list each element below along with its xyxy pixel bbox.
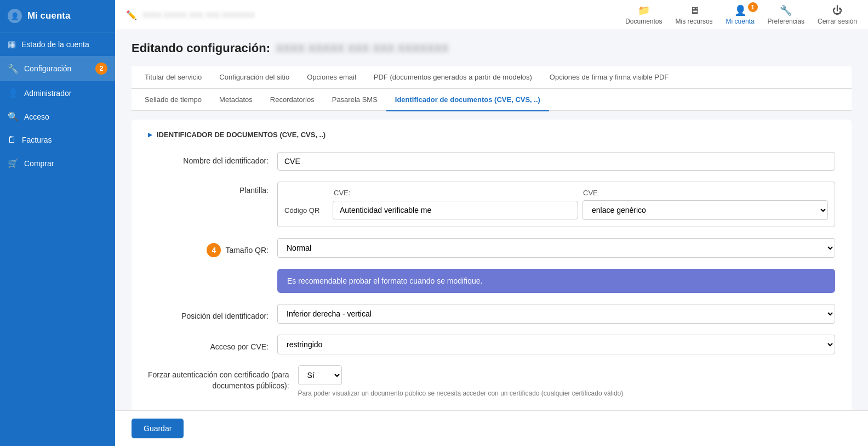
posicion-row: Posición del identificador: Inferior der… bbox=[148, 304, 835, 324]
sidebar-item-label: Facturas bbox=[22, 136, 52, 144]
sidebar-item-administrador[interactable]: 👤 Administrador bbox=[0, 81, 115, 105]
acceso-cve-select[interactable]: restringido público ninguno bbox=[277, 335, 835, 354]
nombre-identificador-input[interactable] bbox=[277, 152, 835, 171]
nav-mis-recursos[interactable]: 🖥 Mis recursos bbox=[676, 5, 713, 25]
posicion-select[interactable]: Inferior derecha - vertical Inferior izq… bbox=[277, 304, 835, 324]
edit-icon: ✏️ bbox=[126, 10, 137, 20]
plantilla-col1-label: CVE: bbox=[334, 189, 579, 197]
mis-recursos-icon: 🖥 bbox=[689, 5, 699, 16]
sidebar-item-label: Acceso bbox=[24, 112, 49, 121]
plantilla-control: CVE: CVE Código QR enlace genérico enlac… bbox=[277, 182, 835, 227]
section-header[interactable]: ▶ IDENTIFICADOR DE DOCUMENTOS (CVE, CVS,… bbox=[148, 131, 835, 139]
nombre-identificador-control bbox=[277, 152, 835, 171]
plantilla-label: Plantilla: bbox=[148, 182, 269, 195]
tab-configuracion-sitio[interactable]: Configuración del sitio bbox=[210, 66, 298, 89]
admin-icon: 👤 bbox=[8, 88, 19, 98]
tab-sellado[interactable]: Sellado de tiempo bbox=[136, 89, 210, 111]
mi-cuenta-icon: 👤 bbox=[734, 4, 746, 16]
topbar: ✏️ XXXX XXXXX XXX XXX XXXXXXX 📁 Document… bbox=[115, 0, 868, 30]
facturas-icon: 🗒 bbox=[8, 135, 16, 145]
sidebar: 👤 Mi cuenta ▦ Estado de la cuenta 🔧 Conf… bbox=[0, 0, 115, 446]
content-area: Editando configuración: XXXX XXXXX XXX X… bbox=[115, 30, 868, 410]
estado-icon: ▦ bbox=[8, 39, 16, 49]
acceso-cve-row: Acceso por CVE: restringido público ning… bbox=[148, 335, 835, 354]
plantilla-row: Plantilla: CVE: CVE Código QR bbox=[148, 182, 835, 227]
tab-opciones-email[interactable]: Opciones email bbox=[298, 66, 365, 89]
sidebar-item-comprar[interactable]: 🛒 Comprar bbox=[0, 151, 115, 175]
main-container: ✏️ XXXX XXXXX XXX XXX XXXXXXX 📁 Document… bbox=[115, 0, 868, 446]
plantilla-qr-row: Código QR enlace genérico enlace específ… bbox=[284, 200, 828, 220]
save-button[interactable]: Guardar bbox=[132, 419, 184, 438]
nav-documentos[interactable]: 📁 Documentos bbox=[625, 4, 662, 25]
plantilla-col2-value: CVE bbox=[583, 189, 828, 197]
nav-cerrar-sesion[interactable]: ⏻ Cerrar sesión bbox=[818, 5, 857, 25]
nav-mi-cuenta[interactable]: 👤 Mi cuenta 1 bbox=[726, 4, 755, 25]
info-box: Es recomendable probar el formato cuando… bbox=[277, 269, 835, 293]
sidebar-item-facturas[interactable]: 🗒 Facturas bbox=[0, 128, 115, 151]
info-box-row: Es recomendable probar el formato cuando… bbox=[148, 269, 835, 293]
sidebar-item-label: Administrador bbox=[24, 89, 71, 98]
tabs-container: Titular del servicio Configuración del s… bbox=[132, 66, 852, 111]
sidebar-item-configuracion[interactable]: 🔧 Configuración 2 bbox=[0, 56, 115, 81]
section-header-label: IDENTIFICADOR DE DOCUMENTOS (CVE, CVS, .… bbox=[157, 131, 326, 139]
nav-preferencias[interactable]: 🔧 Preferencias bbox=[768, 4, 804, 25]
cerrar-sesion-icon: ⏻ bbox=[832, 5, 842, 16]
forzar-autenticacion-label: Forzar autenticación con certificado (pa… bbox=[148, 365, 289, 391]
configuracion-icon: 🔧 bbox=[8, 64, 19, 74]
sidebar-item-acceso[interactable]: 🔍 Acceso bbox=[0, 105, 115, 128]
sidebar-item-label: Comprar bbox=[24, 159, 54, 168]
forzar-label-line2: documentos públicos): bbox=[213, 381, 289, 390]
documentos-icon: 📁 bbox=[638, 4, 650, 16]
brand-label: Mi cuenta bbox=[27, 10, 70, 21]
sidebar-item-label: Configuración bbox=[24, 64, 71, 73]
tab-firma[interactable]: Opciones de firma y firma visible PDF bbox=[541, 66, 677, 89]
tab-metadatos[interactable]: Metadatos bbox=[210, 89, 261, 111]
preferencias-icon: 🔧 bbox=[780, 4, 792, 16]
brand-icon: 👤 bbox=[8, 9, 22, 23]
posicion-label: Posición del identificador: bbox=[148, 307, 269, 320]
plantilla-box: CVE: CVE Código QR enlace genérico enlac… bbox=[277, 182, 835, 227]
tamano-qr-select[interactable]: Pequeño Normal Grande Muy grande bbox=[277, 238, 835, 258]
sidebar-brand[interactable]: 👤 Mi cuenta bbox=[0, 0, 115, 32]
qr-row-label: Código QR bbox=[284, 206, 328, 214]
tab-titular[interactable]: Titular del servicio bbox=[136, 66, 210, 89]
tamano-qr-row: 4 Tamaño QR: Pequeño Normal Grande Muy g… bbox=[148, 238, 835, 258]
form-section-wrapper: ▶ IDENTIFICADOR DE DOCUMENTOS (CVE, CVS,… bbox=[132, 120, 852, 410]
topbar-left: ✏️ XXXX XXXXX XXX XXX XXXXXXX bbox=[126, 10, 612, 20]
forzar-autenticacion-hint: Para poder visualizar un documento públi… bbox=[298, 388, 835, 398]
sidebar-item-label: Estado de la cuenta bbox=[21, 40, 89, 49]
form-section: ▶ IDENTIFICADOR DE DOCUMENTOS (CVE, CVS,… bbox=[132, 120, 852, 410]
forzar-autenticacion-row: Forzar autenticación con certificado (pa… bbox=[148, 365, 835, 398]
nav-label: Cerrar sesión bbox=[818, 18, 857, 25]
tab-recordatorios[interactable]: Recordatorios bbox=[261, 89, 323, 111]
topbar-blurred-title: XXXX XXXXX XXX XXX XXXXXXX bbox=[142, 11, 255, 19]
tamano-qr-label-text: Tamaño QR: bbox=[225, 246, 269, 255]
comprar-icon: 🛒 bbox=[8, 158, 19, 168]
page-title-prefix: Editando configuración: bbox=[132, 41, 270, 55]
tab-pasarela-sms[interactable]: Pasarela SMS bbox=[323, 89, 386, 111]
acceso-icon: 🔍 bbox=[8, 111, 19, 122]
qr-select[interactable]: enlace genérico enlace específico ningun… bbox=[583, 200, 828, 220]
forzar-label-line1: Forzar autenticación con certificado (pa… bbox=[148, 370, 289, 379]
info-box-control: Es recomendable probar el formato cuando… bbox=[277, 269, 835, 293]
forzar-autenticacion-select[interactable]: Sí No bbox=[298, 365, 342, 385]
tab-identificador[interactable]: Identificador de documentos (CVE, CVS, .… bbox=[386, 89, 549, 111]
page-title: Editando configuración: XXXX XXXXX XXX X… bbox=[132, 41, 852, 55]
sidebar-item-estado[interactable]: ▦ Estado de la cuenta bbox=[0, 32, 115, 56]
nombre-identificador-row: Nombre del identificador: bbox=[148, 152, 835, 171]
tamano-qr-control: Pequeño Normal Grande Muy grande bbox=[277, 238, 835, 258]
section-arrow-icon: ▶ bbox=[148, 132, 152, 138]
acceso-cve-label: Acceso por CVE: bbox=[148, 338, 269, 351]
posicion-control: Inferior derecha - vertical Inferior izq… bbox=[277, 304, 835, 324]
mi-cuenta-badge: 1 bbox=[748, 2, 758, 12]
nav-label: Preferencias bbox=[768, 18, 804, 25]
info-box-spacer bbox=[148, 269, 269, 273]
forzar-autenticacion-control: Sí No Para poder visualizar un documento… bbox=[298, 365, 835, 398]
tamano-qr-label: 4 Tamaño QR: bbox=[148, 239, 269, 257]
qr-input[interactable] bbox=[333, 201, 578, 219]
page-title-blurred: XXXX XXXXX XXX XXX XXXXXXX bbox=[276, 42, 449, 55]
tab-pdf[interactable]: PDF (documentos generados a partir de mo… bbox=[365, 66, 541, 89]
acceso-cve-control: restringido público ninguno bbox=[277, 335, 835, 354]
nav-label: Mi cuenta bbox=[726, 18, 755, 25]
configuracion-badge: 2 bbox=[95, 63, 107, 75]
